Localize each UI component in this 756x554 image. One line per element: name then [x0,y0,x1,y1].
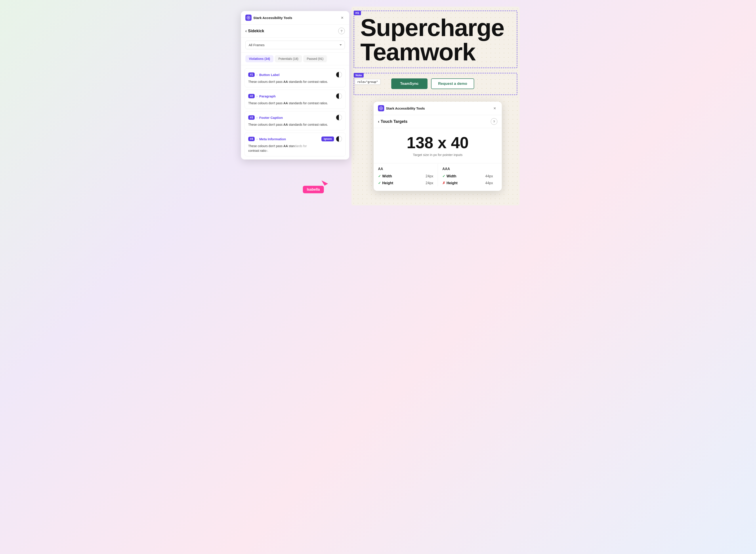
violation-arrow-4: › [256,137,257,141]
panel-title: Stark Accessibility Tools [253,16,292,20]
select-row: All Frames [241,38,349,53]
violation-num-2: #2 [248,94,255,98]
aaa-height-label: Height [447,181,458,185]
violation-desc-1: These colours don't pass AA standards fo… [248,79,342,84]
panel-header-left: Stark Accessibility Tools [245,14,292,21]
violation-num-1: #1 [248,72,255,77]
contrast-icon-3 [336,114,342,121]
aaa-width-label: Width [447,174,456,178]
right-panel-title: Stark Accessibility Tools [386,106,425,110]
aa-width-row: ✓ Width 24px [378,173,438,180]
violation-header-1: #1 › Button Label [248,71,342,78]
aa-header: AA [378,163,438,173]
contrast-icon-2 [336,93,342,99]
nav-label: Sidekick [248,29,264,33]
violation-header-3: #3 › Footer Caption [248,114,342,121]
violations-list: #1 › Button Label These colours don't pa… [241,65,349,160]
violation-card-3: #3 › Footer Caption These colours don't … [245,111,346,130]
right-nav-label: Touch Targets [381,119,407,124]
sidekick-panel: Stark Accessibility Tools × ‹ Sidekick ?… [241,11,349,160]
violation-name-2[interactable]: Paragraph [259,94,275,98]
teamsync-button[interactable]: TeamSync [391,78,427,89]
violation-card-2: #2 › Paragraph These colours don't pass … [245,90,346,109]
frame-select[interactable]: All Frames [245,41,345,49]
aaa-width-row: ✓ Width 44px [442,173,497,180]
aa-width-label: Width [382,174,392,178]
aa-height-label: Height [382,181,393,185]
nav-row: ‹ Sidekick ? [241,24,349,38]
help-button[interactable]: ? [338,27,345,34]
touch-size-display: 138 x 40 [373,128,502,153]
violation-name-1[interactable]: Button Label [259,73,280,77]
right-stark-logo [378,105,384,111]
aa-width-value: 24px [425,174,438,178]
aaa-header: AAA [442,163,497,173]
aa-width-check: ✓ [378,174,381,178]
aa-column: AA ✓ Width 24px ✓ Height 24px [378,163,438,186]
ignore-badge[interactable]: Ignore [321,136,334,142]
violation-card-1: #1 › Button Label These colours don't pa… [245,68,346,88]
note-label: Note [354,73,364,77]
touch-targets-panel: Stark Accessibility Tools × ‹ Touch Targ… [373,102,502,191]
violation-card-4: #4 › Meta Information Ignore These colou… [245,132,346,156]
violation-header-left-2: #2 › Paragraph [248,94,275,98]
back-arrow-icon: ‹ [245,29,247,33]
right-back-navigation[interactable]: ‹ Touch Targets [378,119,407,124]
violation-name-4[interactable]: Meta Information [259,137,286,141]
main-scene: H1 Supercharge Teamwork Note role="group… [237,7,519,206]
violation-arrow-1: › [256,73,257,76]
tab-violations[interactable]: Violations (34) [245,55,273,62]
aaa-width-check: ✓ [442,174,445,178]
violation-num-4: #4 [248,137,255,141]
tab-potentials[interactable]: Potentials (18) [275,55,302,62]
violation-num-3: #3 [248,115,255,120]
h1-label: H1 [354,11,361,15]
aaa-width-value: 44px [485,174,497,178]
contrast-icon-4 [336,136,342,142]
hero-heading: Supercharge Teamwork [360,15,504,64]
panel-header: Stark Accessibility Tools × [241,11,349,24]
aaa-height-row: ✗ Height 44px [442,180,497,186]
violation-desc-3: These colours don't pass AA standards fo… [248,122,342,127]
violation-desc-4: These colours don't pass AA standards fo… [248,144,342,153]
aaa-column: AAA ✓ Width 44px ✗ Height 44px [438,163,497,186]
right-back-arrow-icon: ‹ [378,119,379,124]
tabs-row: Violations (34) Potentials (18) Passed (… [241,53,349,65]
right-help-button[interactable]: ? [491,118,497,125]
violation-arrow-3: › [256,116,257,119]
arrow-icon [321,178,328,185]
aa-height-check: ✓ [378,181,381,185]
right-close-button[interactable]: × [492,106,497,111]
close-button[interactable]: × [340,15,345,20]
violation-arrow-2: › [256,95,257,98]
right-panel-header: Stark Accessibility Tools × [373,102,502,115]
right-panel-header-left: Stark Accessibility Tools [378,105,425,111]
violation-desc-2: These colours don't pass AA standards fo… [248,101,342,106]
tab-passed[interactable]: Passed (91) [303,55,327,62]
violation-header-left-4: #4 › Meta Information [248,137,286,141]
violation-header-left-1: #1 › Button Label [248,72,280,77]
aaa-height-value: 44px [485,181,497,185]
aa-height-row: ✓ Height 24px [378,180,438,186]
aa-height-value: 24px [425,181,438,185]
violation-name-3[interactable]: Footer Caption [259,116,283,119]
violation-header-left-3: #3 › Footer Caption [248,115,283,120]
violation-header-4: #4 › Meta Information Ignore [248,136,342,142]
request-demo-button[interactable]: Request a demo [431,78,474,89]
right-nav-row: ‹ Touch Targets ? [373,115,502,128]
contrast-icon-1 [336,71,342,78]
role-badge: role="group" [355,79,381,85]
stark-logo [245,14,252,21]
back-navigation[interactable]: ‹ Sidekick [245,29,264,33]
touch-size-subtitle: Target size in px for pointer inputs [373,153,502,161]
aaa-height-check: ✗ [442,181,445,185]
violation-header-2: #2 › Paragraph [248,93,342,99]
user-cursor-label: Isabella [303,186,324,193]
touch-targets-table: AA ✓ Width 24px ✓ Height 24px AAA ✓ Widt… [373,163,502,191]
